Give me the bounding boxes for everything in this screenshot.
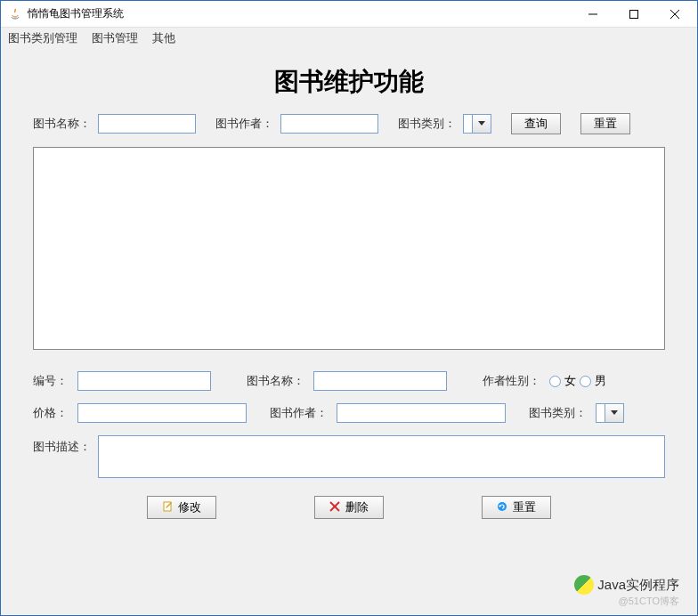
delete-label: 删除 — [345, 499, 369, 515]
window-title: 惰惰龟图书管理系统 — [28, 6, 572, 21]
chevron-down-icon[interactable] — [605, 403, 624, 423]
modify-label: 修改 — [178, 499, 201, 515]
gender-label: 作者性别： — [483, 373, 540, 389]
form-row-2: 价格： 图书作者： 图书类别： — [33, 403, 665, 423]
java-icon — [8, 7, 22, 21]
reset-button[interactable]: 重置 — [482, 496, 551, 519]
description-row: 图书描述： — [33, 435, 665, 478]
query-button[interactable]: 查询 — [511, 113, 561, 134]
search-author-label: 图书作者： — [215, 116, 273, 132]
search-author-input[interactable] — [280, 114, 378, 134]
maximize-button[interactable] — [613, 2, 654, 27]
radio-female-label: 女 — [564, 373, 576, 389]
reset-label: 重置 — [513, 499, 536, 515]
desc-label: 图书描述： — [33, 435, 91, 455]
form-name-label: 图书名称： — [247, 373, 304, 389]
search-row: 图书名称： 图书作者： 图书类别： 查询 重置 — [33, 113, 665, 134]
id-label: 编号： — [33, 373, 69, 389]
radio-female[interactable] — [549, 376, 561, 387]
chevron-down-icon[interactable] — [472, 114, 491, 134]
edit-icon — [162, 501, 173, 515]
menubar: 图书类别管理 图书管理 其他 — [1, 28, 697, 49]
results-table[interactable] — [33, 147, 665, 350]
menu-category[interactable]: 图书类别管理 — [4, 28, 81, 48]
form-category-combo[interactable] — [596, 403, 624, 423]
delete-icon — [329, 501, 340, 515]
gender-radio-group: 女 男 — [549, 373, 606, 389]
price-input[interactable] — [77, 403, 247, 423]
search-category-combo[interactable] — [463, 114, 491, 134]
search-name-input[interactable] — [98, 114, 196, 134]
action-row: 修改 删除 重置 — [33, 496, 665, 519]
search-category-label: 图书类别： — [398, 116, 456, 132]
search-name-label: 图书名称： — [33, 116, 91, 132]
form-author-input[interactable] — [337, 403, 506, 423]
price-label: 价格： — [33, 405, 69, 421]
watermark: Java实例程序 @51CTO博客 — [574, 575, 679, 608]
menu-other[interactable]: 其他 — [149, 28, 179, 48]
id-input[interactable] — [77, 371, 211, 391]
radio-male[interactable] — [580, 376, 591, 387]
svg-rect-1 — [630, 10, 638, 18]
svg-marker-4 — [478, 121, 485, 126]
content-area: 图书维护功能 图书名称： 图书作者： 图书类别： 查询 重置 编号： 图书名称： — [1, 49, 697, 528]
close-button[interactable] — [654, 2, 695, 27]
reset-icon — [497, 501, 507, 515]
modify-button[interactable]: 修改 — [147, 496, 216, 519]
menu-book[interactable]: 图书管理 — [88, 28, 142, 48]
watermark-sub: @51CTO博客 — [574, 595, 679, 608]
form-name-input[interactable] — [313, 371, 447, 391]
delete-button[interactable]: 删除 — [314, 496, 384, 519]
svg-marker-5 — [611, 410, 618, 415]
app-window: 惰惰龟图书管理系统 图书类别管理 图书管理 其他 图书维护功能 图书名称： 图书… — [0, 0, 698, 616]
search-reset-button[interactable]: 重置 — [580, 113, 630, 134]
watermark-main: Java实例程序 — [597, 577, 679, 594]
radio-male-label: 男 — [595, 373, 606, 389]
wechat-icon — [574, 575, 594, 595]
form-row-1: 编号： 图书名称： 作者性别： 女 男 — [33, 371, 665, 391]
minimize-button[interactable] — [572, 2, 613, 27]
titlebar: 惰惰龟图书管理系统 — [1, 1, 697, 28]
form-author-label: 图书作者： — [270, 405, 328, 421]
desc-textarea[interactable] — [98, 435, 665, 478]
page-title: 图书维护功能 — [33, 65, 665, 99]
form-category-label: 图书类别： — [529, 405, 587, 421]
svg-point-9 — [498, 502, 507, 511]
